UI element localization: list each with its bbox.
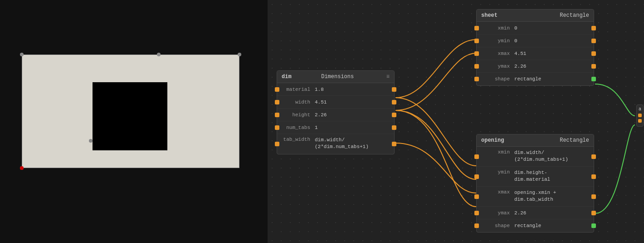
dim-row-tab_width: tab_width dim.width/ (2*dim.num_tabs+1) <box>277 134 394 154</box>
node-sheet-type: Rectangle <box>560 12 589 19</box>
opening-label-ymax: ymax <box>480 210 514 216</box>
node-dim-header[interactable]: dim Dimensions ≡ <box>277 71 394 83</box>
sheet-shape <box>22 55 239 168</box>
dim-port-tab_width-left[interactable] <box>275 142 279 146</box>
sheet-row-ymin: ymin 0 <box>477 35 594 47</box>
node-dim-type: Dimensions <box>321 74 354 80</box>
sheet-label-shape: shape <box>480 76 514 82</box>
opening-value-ymin[interactable]: dim.height- dim.material <box>514 169 590 183</box>
node-partial-port1[interactable] <box>638 114 642 117</box>
dot-tr <box>238 53 241 56</box>
sheet-label-xmin: xmin <box>480 25 514 31</box>
dim-row-height: height 2.26 <box>277 109 394 121</box>
dim-port-num_tabs-right[interactable] <box>392 125 396 130</box>
opening-port-xmax-left[interactable] <box>474 194 479 199</box>
opening-port-ymin-right[interactable] <box>591 174 596 179</box>
sheet-value-xmax[interactable]: 4.51 <box>514 51 590 56</box>
dim-label-tab_width: tab_width <box>281 137 315 142</box>
opening-label-xmin: xmin <box>480 149 514 155</box>
node-opening: opening Rectangle xmin dim.width/ (2*dim… <box>476 134 594 233</box>
dim-row-width: width 4.51 <box>277 96 394 109</box>
sheet-row-shape: shape rectangle <box>477 73 594 85</box>
opening-port-shape-left[interactable] <box>474 223 479 228</box>
opening-row-shape: shape rectangle <box>477 219 594 232</box>
sheet-value-shape[interactable]: rectangle <box>514 76 590 82</box>
sheet-port-ymax-right[interactable] <box>591 64 596 69</box>
sheet-value-ymax[interactable]: 2.26 <box>514 64 590 69</box>
dot-red <box>20 166 24 170</box>
opening-port-ymin-left[interactable] <box>474 174 479 179</box>
dim-port-width-right[interactable] <box>392 100 396 104</box>
node-partial-label: a <box>638 107 642 112</box>
sheet-label-xmax: xmax <box>480 51 514 56</box>
sheet-port-shape-right[interactable] <box>591 77 596 81</box>
dim-port-material-left[interactable] <box>275 87 279 92</box>
dim-value-tab_width[interactable]: dim.width/ (2*dim.num_tabs+1) <box>315 137 390 151</box>
preview-panel <box>0 0 268 243</box>
opening-port-xmax-right[interactable] <box>591 194 596 199</box>
dim-label-material: material <box>281 87 315 92</box>
opening-label-shape: shape <box>480 223 514 228</box>
opening-port-xmin-left[interactable] <box>474 154 479 159</box>
opening-label-xmax: xmax <box>480 189 514 195</box>
sheet-value-ymin[interactable]: 0 <box>514 38 590 44</box>
node-sheet-header[interactable]: sheet Rectangle <box>477 10 594 22</box>
node-partial-port2[interactable] <box>638 119 642 123</box>
sheet-port-xmax-left[interactable] <box>474 51 479 56</box>
opening-row-xmax: xmax opening.xmin + dim.tab_width <box>477 187 594 207</box>
node-opening-name: opening <box>481 137 504 144</box>
dim-port-width-left[interactable] <box>275 100 279 104</box>
dim-port-height-left[interactable] <box>275 113 279 117</box>
sheet-port-xmin-right[interactable] <box>591 26 596 30</box>
opening-port-xmin-right[interactable] <box>591 154 596 159</box>
opening-value-ymax[interactable]: 2.26 <box>514 210 590 216</box>
dim-label-num_tabs: num_tabs <box>281 125 315 130</box>
node-dim-menu[interactable]: ≡ <box>386 74 390 80</box>
sheet-port-xmin-left[interactable] <box>474 26 479 30</box>
opening-value-xmax[interactable]: opening.xmin + dim.tab_width <box>514 189 590 203</box>
opening-row-xmin: xmin dim.width/ (2*dim.num_tabs+1) <box>477 147 594 167</box>
dim-label-width: width <box>281 99 315 105</box>
node-panel: dim Dimensions ≡ material 1.8 width 4.51… <box>268 0 644 243</box>
opening-shape <box>93 82 167 150</box>
node-partial: a <box>636 104 644 127</box>
opening-port-ymax-left[interactable] <box>474 211 479 215</box>
dim-port-material-right[interactable] <box>392 87 396 92</box>
opening-value-xmin[interactable]: dim.width/ (2*dim.num_tabs+1) <box>514 149 590 164</box>
dot-bm <box>89 139 93 143</box>
dim-label-height: height <box>281 112 315 118</box>
node-dim-name: dim <box>282 74 292 80</box>
sheet-label-ymin: ymin <box>480 38 514 44</box>
opening-value-shape[interactable]: rectangle <box>514 223 590 228</box>
dim-value-material[interactable]: 1.8 <box>315 87 390 92</box>
opening-port-shape-right[interactable] <box>591 223 596 228</box>
dot-tl <box>20 53 24 56</box>
node-opening-type: Rectangle <box>560 137 589 144</box>
sheet-port-ymin-left[interactable] <box>474 39 479 43</box>
dim-port-num_tabs-left[interactable] <box>275 125 279 130</box>
node-opening-header[interactable]: opening Rectangle <box>477 134 594 147</box>
sheet-value-xmin[interactable]: 0 <box>514 25 590 31</box>
node-dim: dim Dimensions ≡ material 1.8 width 4.51… <box>277 70 395 154</box>
opening-port-ymax-right[interactable] <box>591 211 596 215</box>
dim-port-tab_width-right[interactable] <box>392 142 396 146</box>
sheet-port-xmax-right[interactable] <box>591 51 596 56</box>
opening-label-ymin: ymin <box>480 169 514 175</box>
opening-row-ymax: ymax 2.26 <box>477 207 594 219</box>
sheet-port-ymax-left[interactable] <box>474 64 479 69</box>
opening-row-ymin: ymin dim.height- dim.material <box>477 167 594 187</box>
dim-value-height[interactable]: 2.26 <box>315 112 390 118</box>
sheet-row-xmin: xmin 0 <box>477 22 594 35</box>
dim-value-width[interactable]: 4.51 <box>315 99 390 105</box>
dim-port-height-right[interactable] <box>392 113 396 117</box>
node-sheet-name: sheet <box>481 12 498 19</box>
sheet-row-ymax: ymax 2.26 <box>477 60 594 73</box>
sheet-label-ymax: ymax <box>480 64 514 69</box>
dim-value-num_tabs[interactable]: 1 <box>315 125 390 130</box>
sheet-port-shape-left[interactable] <box>474 77 479 81</box>
sheet-port-ymin-right[interactable] <box>591 39 596 43</box>
dim-row-num_tabs: num_tabs 1 <box>277 121 394 134</box>
dim-row-material: material 1.8 <box>277 83 394 96</box>
dot-tm <box>157 53 161 56</box>
sheet-row-xmax: xmax 4.51 <box>477 47 594 60</box>
